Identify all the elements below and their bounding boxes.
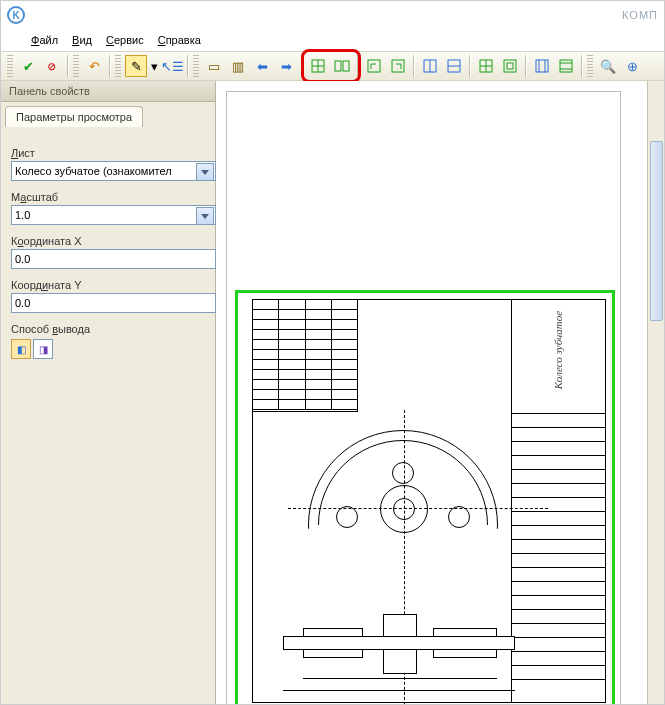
coordx-label: Координата X	[11, 235, 205, 247]
output-mode-b-button[interactable]: ◨	[33, 339, 53, 359]
stop-button[interactable]: ⊘	[41, 55, 63, 77]
layout-a-icon[interactable]	[419, 55, 441, 77]
toolbar-grip	[193, 55, 199, 77]
layout-e-icon[interactable]	[531, 55, 553, 77]
toolbar-grip	[73, 55, 79, 77]
svg-rect-20	[536, 60, 548, 72]
output-mode-a-button[interactable]: ◧	[11, 339, 31, 359]
coordx-input[interactable]	[11, 249, 216, 269]
menu-service[interactable]: Сервис	[106, 34, 144, 46]
next-page-icon[interactable]: ➡	[275, 55, 297, 77]
svg-rect-19	[507, 63, 513, 69]
drawing-canvas[interactable]: Колесо зубчатое	[216, 81, 664, 704]
menu-view[interactable]: Вид	[72, 34, 92, 46]
menu-file[interactable]: Файл	[31, 34, 58, 46]
toolbar-grip	[7, 55, 13, 77]
svg-rect-23	[560, 60, 572, 72]
sheet-label: Лист	[11, 147, 205, 159]
app-icon: K	[7, 6, 25, 24]
dropdown-icon[interactable]: ▾	[149, 55, 159, 77]
part-name-text: Колесо зубчатое	[553, 311, 565, 389]
drawing-border: Колесо зубчатое	[252, 299, 606, 703]
toolbar-grip	[115, 55, 121, 77]
zoom-window-icon[interactable]: 🔍	[597, 55, 619, 77]
scale-select[interactable]	[11, 205, 216, 225]
svg-rect-8	[392, 60, 404, 72]
layout-b-icon[interactable]	[443, 55, 465, 77]
panel-title: Панель свойств	[1, 81, 215, 102]
svg-rect-5	[368, 60, 380, 72]
scale-label: Масштаб	[11, 191, 205, 203]
ok-button[interactable]: ✔	[17, 55, 39, 77]
spec-table	[253, 300, 358, 412]
content-area: Панель свойств Параметры просмотра Лист …	[1, 81, 664, 704]
page-multi-icon[interactable]: ▥	[227, 55, 249, 77]
properties-panel: Панель свойств Параметры просмотра Лист …	[1, 81, 216, 704]
svg-rect-4	[343, 61, 349, 71]
app-window: K КОМП Файл Вид Сервис Справка ✔ ⊘ ↶ ✎ ▾…	[0, 0, 665, 705]
panel-body: Лист Масштаб Координата X Координата Y С…	[1, 127, 215, 704]
cursor-options-icon[interactable]: ↖☰	[161, 55, 183, 77]
paper-sheet: Колесо зубчатое	[226, 91, 621, 704]
menu-help[interactable]: Справка	[158, 34, 201, 46]
rotate-left-icon[interactable]	[363, 55, 385, 77]
tab-view-params[interactable]: Параметры просмотра	[5, 106, 143, 127]
sheet-select[interactable]	[11, 161, 216, 181]
svg-rect-18	[504, 60, 516, 72]
toolbar: ✔ ⊘ ↶ ✎ ▾ ↖☰ ▭ ▥ ⬅ ➡	[1, 51, 664, 81]
gear-section-view	[283, 600, 515, 688]
title-block: Колесо зубчатое	[511, 300, 605, 702]
highlighter-icon[interactable]: ✎	[125, 55, 147, 77]
titlebar: K КОМП	[1, 1, 664, 29]
undo-icon[interactable]: ↶	[83, 55, 105, 77]
zoom-in-icon[interactable]: ⊕	[621, 55, 643, 77]
layout-f-icon[interactable]	[555, 55, 577, 77]
fit-page-green-icon[interactable]	[307, 55, 329, 77]
app-title-fragment: КОМП	[622, 9, 658, 21]
output-mode-label: Способ вывода	[11, 323, 205, 335]
rotate-right-icon[interactable]	[387, 55, 409, 77]
layout-c-icon[interactable]	[475, 55, 497, 77]
print-area-frame: Колесо зубчатое	[235, 290, 615, 704]
vertical-scrollbar[interactable]	[647, 81, 664, 704]
fit-spread-green-icon[interactable]	[331, 55, 353, 77]
menubar: Файл Вид Сервис Справка	[1, 29, 664, 51]
layout-d-icon[interactable]	[499, 55, 521, 77]
toolbar-grip	[587, 55, 593, 77]
coordy-label: Координата Y	[11, 279, 205, 291]
scrollbar-thumb[interactable]	[650, 141, 663, 321]
prev-page-icon[interactable]: ⬅	[251, 55, 273, 77]
gear-front-view	[308, 430, 498, 590]
panel-tabstrip: Параметры просмотра	[1, 102, 215, 127]
page-icon[interactable]: ▭	[203, 55, 225, 77]
coordy-input[interactable]	[11, 293, 216, 313]
svg-rect-3	[335, 61, 341, 71]
